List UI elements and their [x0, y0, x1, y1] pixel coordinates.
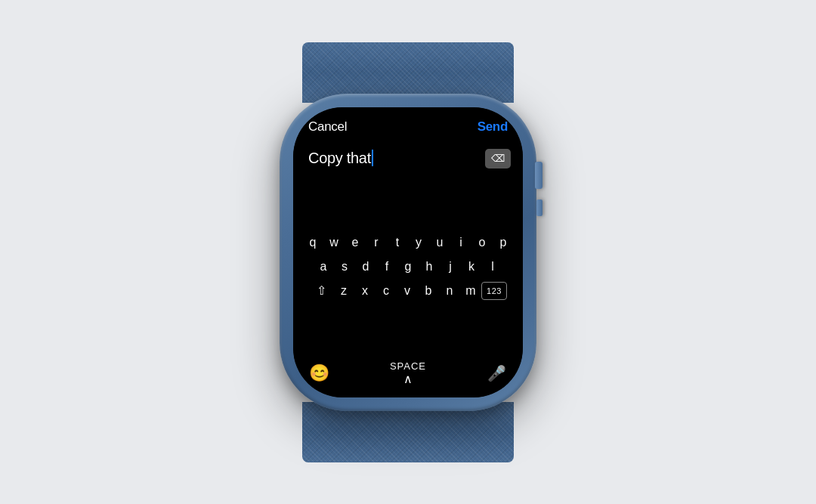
apple-watch: Cancel Send Copy that ⌫ q	[280, 94, 536, 411]
side-button[interactable]	[536, 199, 542, 216]
keyboard-row-1: q w e r t y u i o p	[299, 231, 517, 254]
key-x[interactable]: x	[354, 280, 376, 302]
key-j[interactable]: j	[440, 255, 461, 278]
key-a[interactable]: a	[313, 255, 334, 278]
key-w[interactable]: w	[323, 231, 345, 254]
key-n[interactable]: n	[439, 280, 460, 302]
space-label: SPACE	[390, 360, 426, 372]
key-o[interactable]: o	[471, 231, 493, 254]
microphone-icon: 🎤	[487, 364, 506, 382]
input-value: Copy that	[308, 150, 371, 166]
key-p[interactable]: p	[493, 231, 514, 254]
text-cursor	[372, 150, 373, 166]
key-h[interactable]: h	[419, 255, 440, 278]
microphone-button[interactable]: 🎤	[484, 360, 511, 387]
keyboard-bottom-row: 😊 SPACE ∧ 🎤	[293, 357, 523, 397]
send-button[interactable]: Send	[478, 119, 508, 135]
numbers-key[interactable]: 123	[481, 282, 507, 300]
delete-icon: ⌫	[491, 153, 505, 164]
key-e[interactable]: e	[345, 231, 366, 254]
watch-band-bottom	[302, 402, 514, 462]
key-u[interactable]: u	[429, 231, 450, 254]
key-c[interactable]: c	[376, 280, 397, 302]
keyboard: q w e r t y u i o p a s	[293, 175, 523, 357]
key-i[interactable]: i	[450, 231, 471, 254]
delete-button[interactable]: ⌫	[485, 149, 511, 169]
watch-screen: Cancel Send Copy that ⌫ q	[293, 107, 523, 397]
key-t[interactable]: t	[387, 231, 408, 254]
keyboard-row-3: ⇧ z x c v b n m 123	[299, 280, 517, 302]
shift-key[interactable]: ⇧	[309, 280, 333, 302]
key-f[interactable]: f	[376, 255, 397, 278]
text-input-area[interactable]: Copy that ⌫	[293, 142, 523, 175]
key-y[interactable]: y	[408, 231, 429, 254]
key-k[interactable]: k	[461, 255, 482, 278]
digital-crown[interactable]	[535, 162, 542, 189]
emoji-button[interactable]: 😊	[305, 360, 332, 387]
cancel-button[interactable]: Cancel	[308, 119, 347, 135]
key-z[interactable]: z	[333, 280, 354, 302]
key-d[interactable]: d	[355, 255, 376, 278]
watch-case: Cancel Send Copy that ⌫ q	[280, 94, 536, 411]
emoji-icon: 😊	[309, 363, 329, 383]
keyboard-row-2: a s d f g h j k l	[299, 255, 517, 278]
key-g[interactable]: g	[397, 255, 419, 278]
key-m[interactable]: m	[460, 280, 481, 302]
key-l[interactable]: l	[482, 255, 503, 278]
swipe-up-icon: ∧	[403, 373, 413, 385]
key-v[interactable]: v	[397, 280, 418, 302]
key-b[interactable]: b	[418, 280, 439, 302]
key-s[interactable]: s	[334, 255, 355, 278]
key-q[interactable]: q	[302, 231, 323, 254]
message-text[interactable]: Copy that	[308, 150, 479, 167]
watch-bezel: Cancel Send Copy that ⌫ q	[293, 107, 523, 397]
navigation-bar: Cancel Send	[293, 107, 523, 142]
space-area[interactable]: SPACE ∧	[390, 360, 426, 385]
key-r[interactable]: r	[366, 231, 387, 254]
